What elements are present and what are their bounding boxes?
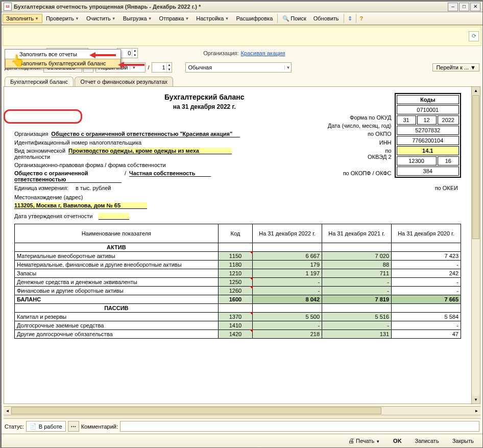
table-row[interactable]: Запасы12101 197711242: [15, 269, 461, 278]
table-row[interactable]: Капитал и резервы13705 5005 5165 584: [15, 313, 461, 321]
status-row: Статус: 📄В работе … Комментарий:: [2, 419, 482, 434]
scroll-right-icon[interactable]: ►: [473, 409, 480, 413]
document-area: Коды 0710001 31122022 52707832 776620010…: [4, 86, 480, 404]
table-row[interactable]: Денежные средства и денежные эквиваленты…: [15, 278, 461, 287]
comment-field[interactable]: [120, 421, 479, 432]
expand-button[interactable]: ⇕: [345, 14, 355, 23]
org-label: Организация:: [203, 50, 238, 56]
print-button[interactable]: 🖨 Печать ▼: [344, 436, 384, 446]
ok-button[interactable]: OK: [389, 436, 406, 445]
splitter[interactable]: [4, 415, 480, 419]
expand-icon: ⇕: [348, 15, 352, 22]
minimize-button[interactable]: –: [448, 3, 458, 11]
status-label: Статус:: [5, 423, 24, 430]
org-link[interactable]: Красивая акация: [241, 50, 285, 56]
window-title: Бухгалтерская отчетность упрощенная (Янв…: [14, 4, 448, 10]
vertical-scrollbar[interactable]: ▲ ▼: [471, 87, 480, 404]
number-spinner[interactable]: ▲▼: [152, 62, 173, 73]
scroll-down-icon[interactable]: ▼: [472, 396, 480, 404]
decode-button[interactable]: Расшифровка: [232, 14, 276, 23]
clear-button[interactable]: Очистить▼: [83, 14, 119, 23]
titlebar: ш Бухгалтерская отчетность упрощенная (Я…: [2, 2, 482, 12]
table-row[interactable]: Долгосрочные заемные средства1410---: [15, 321, 461, 330]
print-icon: 🖨: [348, 437, 354, 444]
comment-label: Комментарий:: [81, 423, 118, 430]
search-button[interactable]: 🔍Поиск: [279, 14, 309, 23]
scroll-up-icon[interactable]: ▲: [472, 87, 480, 95]
codes-table: Коды 0710001 31122022 52707832 776620010…: [395, 93, 461, 178]
send-button[interactable]: Отправка▼: [156, 14, 193, 23]
save-button[interactable]: Записать: [410, 436, 444, 445]
main-toolbar: Заполнить▼ Проверить▼ Очистить▼ Выгрузка…: [2, 12, 482, 25]
fill-button[interactable]: Заполнить▼: [3, 14, 42, 23]
scroll-left-icon[interactable]: ◄: [4, 409, 11, 413]
close-button[interactable]: ✕: [470, 3, 480, 11]
app-icon: ш: [4, 3, 12, 11]
balance-table: Наименование показателяКод На 31 декабря…: [14, 224, 461, 339]
table-row[interactable]: БАЛАНС16008 0427 8197 665: [15, 295, 461, 304]
tab-results[interactable]: Отчет о финансовых результатах: [75, 77, 173, 86]
help-icon: ?: [360, 15, 364, 21]
horizontal-scrollbar[interactable]: ◄ ►: [4, 406, 480, 415]
bottom-bar: 🖨 Печать ▼ OK Записать Закрыть: [2, 434, 482, 447]
tab-balance[interactable]: Бухгалтерский баланс: [5, 77, 74, 86]
doc-icon: 📄: [30, 423, 37, 430]
info-band: ⟳: [3, 27, 481, 46]
hscroll-thumb[interactable]: [11, 407, 381, 414]
app-window: ш Бухгалтерская отчетность упрощенная (Я…: [1, 1, 483, 448]
table-row[interactable]: Материальные внеоборотные активы11506 66…: [15, 252, 461, 261]
status-edit-button[interactable]: …: [68, 421, 79, 432]
close-window-button[interactable]: Закрыть: [448, 436, 478, 445]
settings-button[interactable]: Настройка▼: [192, 14, 232, 23]
type-select[interactable]: Обычная▼: [185, 62, 292, 73]
refresh-icon: ⟳: [472, 33, 476, 39]
table-row[interactable]: Нематериальные, финансовые и другие внео…: [15, 261, 461, 269]
help-button[interactable]: ?: [357, 14, 366, 23]
scroll-thumb[interactable]: [472, 95, 479, 239]
document-scroll[interactable]: Коды 0710001 31122022 52707832 776620010…: [4, 87, 471, 404]
fill-all-item[interactable]: Заполнить все отчеты: [5, 50, 120, 59]
fill-balance-item[interactable]: Заполнить бухгалтерский баланс: [5, 59, 120, 68]
maximize-button[interactable]: □: [459, 3, 469, 11]
refresh-button[interactable]: Обновить: [310, 14, 343, 23]
check-button[interactable]: Проверить▼: [42, 14, 83, 23]
fill-dropdown: Заполнить все отчеты Заполнить бухгалтер…: [5, 49, 121, 68]
table-row[interactable]: Другие долгосрочные обязательства1420218…: [15, 330, 461, 339]
search-icon: 🔍: [282, 15, 289, 22]
upload-button[interactable]: Выгрузка▼: [119, 14, 156, 23]
status-value[interactable]: 📄В работе: [26, 421, 66, 432]
table-row[interactable]: Финансовые и другие оборотные активы1260…: [15, 287, 461, 295]
doc-tabs: Бухгалтерский баланс Отчет о финансовых …: [5, 77, 482, 86]
band-refresh-button[interactable]: ⟳: [469, 31, 479, 41]
goto-button[interactable]: Перейти к ...▼: [432, 63, 479, 72]
